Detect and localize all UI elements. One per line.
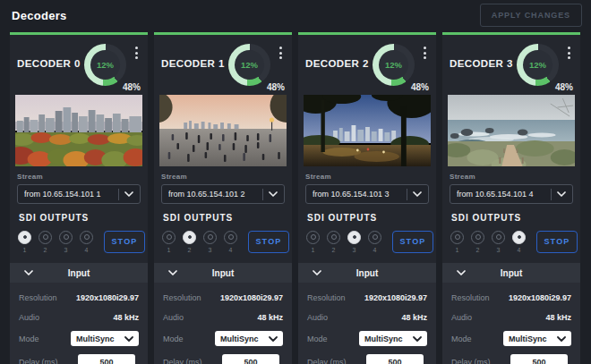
- sdi-connector-2[interactable]: 2: [471, 231, 484, 253]
- decoder-title: DECODER 3: [450, 58, 517, 69]
- sdi-connector-3[interactable]: 3: [492, 231, 505, 253]
- sdi-outputs-heading: SDI OUTPUTS: [19, 213, 141, 223]
- input-section-header[interactable]: Input: [10, 263, 148, 283]
- mode-select[interactable]: MultiSync: [503, 331, 571, 346]
- gauge-secondary-value: 48%: [123, 82, 141, 92]
- decoder-title: DECODER 1: [161, 58, 228, 69]
- kebab-menu-icon[interactable]: [422, 45, 428, 61]
- decoder-card: DECODER 0 12% 48% Stream from 10.65.154.…: [10, 32, 148, 364]
- delay-label: Delay (ms): [307, 358, 347, 364]
- sdi-connector-row: 1234: [18, 231, 93, 253]
- divider: [262, 189, 263, 200]
- delay-input[interactable]: [510, 354, 568, 364]
- sdi-row: 1234 STOP: [450, 228, 573, 255]
- page-title: Decoders: [12, 9, 67, 22]
- resolution-label: Resolution: [19, 293, 57, 302]
- delay-input[interactable]: [78, 354, 135, 364]
- sdi-connector-3[interactable]: 3: [59, 231, 73, 253]
- page-header: Decoders APPLY CHANGES: [0, 0, 591, 30]
- sdi-connector-icon: [39, 231, 52, 244]
- audio-label: Audio: [451, 313, 472, 322]
- decoder-title: DECODER 0: [17, 58, 84, 69]
- delay-input[interactable]: [222, 354, 279, 364]
- mode-row: Mode MultiSync: [307, 331, 427, 346]
- mode-select[interactable]: MultiSync: [359, 331, 427, 346]
- chevron-down-icon: [313, 270, 321, 275]
- input-section-header[interactable]: Input: [298, 263, 436, 283]
- divider: [551, 189, 552, 200]
- sdi-connector-number: 1: [456, 247, 459, 253]
- sdi-connector-1[interactable]: 1: [18, 231, 31, 253]
- decoder-card: DECODER 3 12% 48% Stream from 10.65.154.…: [442, 32, 580, 364]
- usage-gauge: 12%: [228, 44, 270, 86]
- mode-select[interactable]: MultiSync: [215, 331, 283, 346]
- sdi-connector-4[interactable]: 4: [368, 231, 381, 253]
- stream-select-value: from 10.65.154.101 2: [168, 190, 257, 199]
- sdi-row: 1234 STOP: [17, 228, 141, 255]
- sdi-connector-2[interactable]: 2: [39, 231, 52, 253]
- resolution-label: Resolution: [451, 293, 490, 302]
- sdi-connector-number: 1: [167, 247, 171, 253]
- apply-changes-button[interactable]: APPLY CHANGES: [480, 4, 582, 27]
- stop-button[interactable]: STOP: [248, 231, 289, 253]
- audio-row: Audio 48 kHz: [451, 311, 571, 323]
- sdi-connector-icon: [327, 231, 340, 244]
- input-section-header[interactable]: Input: [442, 263, 580, 283]
- sdi-connector-1[interactable]: 1: [306, 231, 320, 253]
- stream-label: Stream: [450, 173, 573, 181]
- resolution-value: 1920x1080i29.97: [220, 293, 283, 302]
- card-header: DECODER 1 12% 48%: [154, 35, 292, 91]
- audio-value: 48 kHz: [545, 313, 571, 322]
- sdi-outputs-heading: SDI OUTPUTS: [451, 213, 573, 223]
- sdi-connector-4[interactable]: 4: [224, 231, 237, 253]
- mode-row: Mode MultiSync: [451, 331, 571, 346]
- stop-button[interactable]: STOP: [536, 231, 578, 253]
- stream-label: Stream: [17, 173, 141, 181]
- gauge-primary-value: 12%: [228, 44, 270, 86]
- sdi-connector-4[interactable]: 4: [80, 231, 93, 253]
- sdi-connector-3[interactable]: 3: [347, 231, 361, 253]
- kebab-menu-icon[interactable]: [278, 45, 284, 61]
- chevron-down-icon: [168, 270, 177, 275]
- usage-gauge: 12%: [84, 44, 126, 86]
- sdi-connector-2[interactable]: 2: [327, 231, 340, 253]
- delay-label: Delay (ms): [19, 358, 58, 364]
- sdi-connector-icon: [471, 231, 484, 244]
- input-section-header[interactable]: Input: [154, 263, 292, 283]
- sdi-outputs-section: SDI OUTPUTS 1234 STOP: [442, 204, 580, 263]
- audio-row: Audio 48 kHz: [163, 311, 283, 323]
- stream-select[interactable]: from 10.65.154.101 4: [450, 184, 573, 204]
- sdi-connector-icon: [512, 231, 526, 244]
- stream-select[interactable]: from 10.65.154.101 1: [17, 184, 141, 204]
- sdi-connector-2[interactable]: 2: [183, 231, 196, 253]
- sdi-connector-4[interactable]: 4: [512, 231, 526, 253]
- stream-select[interactable]: from 10.65.154.101 2: [161, 184, 285, 204]
- decoders-page: Decoders APPLY CHANGES DECODER 0 12% 48%…: [0, 0, 591, 364]
- input-details: Resolution 1920x1080i29.97 Audio 48 kHz …: [442, 283, 580, 364]
- sdi-connector-icon: [183, 231, 196, 244]
- delay-input[interactable]: [366, 354, 424, 364]
- card-header: DECODER 0 12% 48%: [10, 35, 148, 91]
- sdi-connector-number: 3: [64, 247, 68, 253]
- kebab-menu-icon[interactable]: [133, 45, 140, 61]
- stop-button[interactable]: STOP: [392, 231, 433, 253]
- stop-button[interactable]: STOP: [104, 231, 145, 253]
- mode-select[interactable]: MultiSync: [71, 331, 139, 346]
- mode-label: Mode: [163, 334, 184, 343]
- chevron-down-icon: [413, 191, 422, 197]
- decoder-cards: DECODER 0 12% 48% Stream from 10.65.154.…: [0, 30, 591, 364]
- stream-select[interactable]: from 10.65.154.101 3: [305, 184, 429, 204]
- delay-label: Delay (ms): [163, 358, 202, 364]
- kebab-menu-icon[interactable]: [566, 45, 572, 61]
- mode-row: Mode MultiSync: [163, 331, 283, 346]
- chevron-down-icon: [557, 336, 566, 342]
- stream-select-value: from 10.65.154.101 1: [24, 190, 113, 199]
- sdi-connector-number: 3: [497, 247, 501, 253]
- sdi-connector-1[interactable]: 1: [450, 231, 464, 253]
- mode-label: Mode: [307, 334, 328, 343]
- sdi-row: 1234 STOP: [305, 228, 429, 255]
- sdi-connector-icon: [80, 231, 93, 244]
- sdi-connector-3[interactable]: 3: [203, 231, 217, 253]
- gauge-secondary-value: 48%: [411, 82, 429, 92]
- sdi-connector-1[interactable]: 1: [162, 231, 176, 253]
